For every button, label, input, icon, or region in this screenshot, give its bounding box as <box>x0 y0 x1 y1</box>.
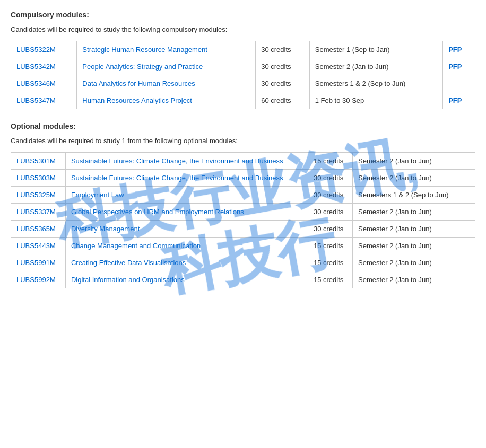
pfp-cell: PFP <box>443 41 475 58</box>
module-name-cell: Global Perspectives on HRM and Employmen… <box>65 204 308 221</box>
module-code-cell: LUBS5991M <box>11 254 66 271</box>
credits-cell: 15 credits <box>308 254 352 271</box>
module-code-cell: LUBS5443M <box>11 238 66 254</box>
compulsory-intro: Candidates will be required to study the… <box>11 25 475 33</box>
table-row: LUBS5992MDigital Information and Organis… <box>11 271 475 288</box>
credits-cell: 30 credits <box>308 170 352 187</box>
module-code-link[interactable]: LUBS5346M <box>16 80 56 87</box>
optional-title: Optional modules: <box>11 122 475 130</box>
module-code-cell: LUBS5347M <box>11 92 77 109</box>
module-code-link[interactable]: LUBS5303M <box>16 174 56 182</box>
pfp-cell <box>463 221 475 238</box>
module-code-cell: LUBS5365M <box>11 221 66 238</box>
semester-cell: Semester 2 (Jan to Jun) <box>353 271 463 288</box>
semester-cell: Semester 1 (Sep to Jan) <box>309 41 442 58</box>
module-code-cell: LUBS5346M <box>11 75 77 92</box>
module-name-cell: Employment Law <box>65 187 308 204</box>
credits-cell: 30 credits <box>308 204 352 221</box>
credits-cell: 15 credits <box>308 238 352 254</box>
credits-cell: 30 credits <box>308 187 352 204</box>
module-name-cell: Human Resources Analytics Project <box>77 92 256 109</box>
pfp-cell <box>443 75 475 92</box>
optional-table: LUBS5301MSustainable Futures: Climate Ch… <box>11 152 475 288</box>
table-row: LUBS5301MSustainable Futures: Climate Ch… <box>11 153 475 170</box>
module-code-link[interactable]: LUBS5322M <box>16 46 56 54</box>
compulsory-table: LUBS5322MStrategic Human Resource Manage… <box>11 41 475 109</box>
module-code-link[interactable]: LUBS5365M <box>16 225 56 233</box>
module-code-cell: LUBS5337M <box>11 204 66 221</box>
semester-cell: Semester 2 (Jan to Jun) <box>353 238 463 254</box>
module-name-cell: Digital Information and Organisations <box>65 271 308 288</box>
module-code-link[interactable]: LUBS5443M <box>16 242 56 250</box>
module-code-link[interactable]: LUBS5301M <box>16 157 56 165</box>
credits-cell: 15 credits <box>308 153 352 170</box>
credits-cell: 15 credits <box>308 271 352 288</box>
module-name-cell: Change Management and Communication <box>65 238 308 254</box>
optional-intro: Candidates will be required to study 1 f… <box>11 137 475 145</box>
credits-cell: 30 credits <box>308 221 352 238</box>
optional-section: Optional modules: Candidates will be req… <box>11 122 475 288</box>
semester-cell: Semester 2 (Jan to Jun) <box>353 153 463 170</box>
credits-cell: 30 credits <box>256 41 310 58</box>
module-name-cell: Strategic Human Resource Management <box>77 41 256 58</box>
module-name-cell: Sustainable Futures: Climate Change, the… <box>65 153 308 170</box>
table-row: LUBS5322MStrategic Human Resource Manage… <box>11 41 475 58</box>
credits-cell: 30 credits <box>256 58 310 75</box>
pfp-cell: PFP <box>443 92 475 109</box>
pfp-cell: PFP <box>443 58 475 75</box>
module-code-link[interactable]: LUBS5347M <box>16 96 56 104</box>
module-code-cell: LUBS5342M <box>11 58 77 75</box>
table-row: LUBS5325MEmployment Law30 creditsSemeste… <box>11 187 475 204</box>
credits-cell: 60 credits <box>256 92 310 109</box>
module-code-cell: LUBS5992M <box>11 271 66 288</box>
module-code-link[interactable]: LUBS5991M <box>16 259 56 267</box>
semester-cell: Semester 2 (Jan to Jun) <box>353 204 463 221</box>
table-row: LUBS5346MData Analytics for Human Resour… <box>11 75 475 92</box>
semester-cell: Semesters 1 & 2 (Sep to Jun) <box>309 75 442 92</box>
module-code-link[interactable]: LUBS5342M <box>16 63 56 71</box>
module-name-cell: Creating Effective Data Visualisations <box>65 254 308 271</box>
module-code-cell: LUBS5322M <box>11 41 77 58</box>
pfp-cell <box>463 170 475 187</box>
semester-cell: Semester 2 (Jan to Jun) <box>353 254 463 271</box>
table-row: LUBS5342MPeople Analytics: Strategy and … <box>11 58 475 75</box>
pfp-cell <box>463 271 475 288</box>
module-name-cell: Data Analytics for Human Resources <box>77 75 256 92</box>
table-row: LUBS5347MHuman Resources Analytics Proje… <box>11 92 475 109</box>
module-code-link[interactable]: LUBS5992M <box>16 276 56 284</box>
pfp-cell <box>463 153 475 170</box>
module-code-cell: LUBS5303M <box>11 170 66 187</box>
table-row: LUBS5303MSustainable Futures: Climate Ch… <box>11 170 475 187</box>
semester-cell: Semester 2 (Jan to Jun) <box>353 221 463 238</box>
semester-cell: Semester 2 (Jan to Jun) <box>309 58 442 75</box>
compulsory-section: Compulsory modules: Candidates will be r… <box>11 11 475 109</box>
pfp-cell <box>463 204 475 221</box>
pfp-cell <box>463 187 475 204</box>
semester-cell: Semester 2 (Jan to Jun) <box>353 170 463 187</box>
module-code-cell: LUBS5325M <box>11 187 66 204</box>
module-code-cell: LUBS5301M <box>11 153 66 170</box>
module-name-cell: Sustainable Futures: Climate Change, the… <box>65 170 308 187</box>
compulsory-title: Compulsory modules: <box>11 11 475 19</box>
table-row: LUBS5365MDiversity Management30 creditsS… <box>11 221 475 238</box>
pfp-cell <box>463 238 475 254</box>
table-row: LUBS5991MCreating Effective Data Visuali… <box>11 254 475 271</box>
module-name-cell: Diversity Management <box>65 221 308 238</box>
table-row: LUBS5337MGlobal Perspectives on HRM and … <box>11 204 475 221</box>
module-code-link[interactable]: LUBS5325M <box>16 191 56 199</box>
credits-cell: 30 credits <box>256 75 310 92</box>
pfp-cell <box>463 254 475 271</box>
semester-cell: 1 Feb to 30 Sep <box>309 92 442 109</box>
table-row: LUBS5443MChange Management and Communica… <box>11 238 475 254</box>
module-name-cell: People Analytics: Strategy and Practice <box>77 58 256 75</box>
module-code-link[interactable]: LUBS5337M <box>16 208 56 216</box>
semester-cell: Semesters 1 & 2 (Sep to Jun) <box>353 187 463 204</box>
